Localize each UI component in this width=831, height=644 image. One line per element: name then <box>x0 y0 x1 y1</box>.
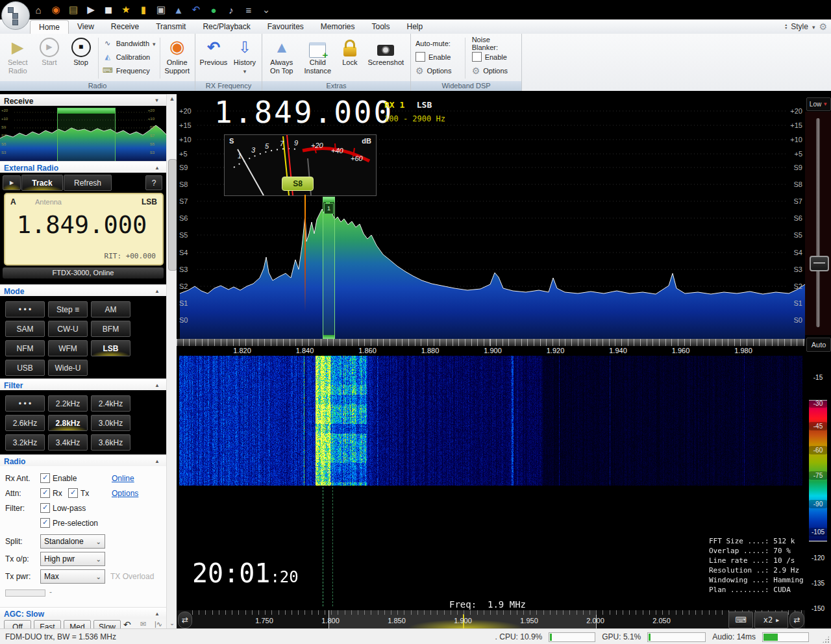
track-button[interactable]: Track <box>21 175 63 191</box>
ribbon-tab[interactable]: Transmit <box>147 20 194 34</box>
attn-tx-checkbox[interactable] <box>68 488 78 498</box>
scrollbar-thumb[interactable] <box>168 159 177 271</box>
refresh-button[interactable]: Refresh <box>64 175 112 191</box>
filter-button[interactable]: 2.2kHz <box>48 395 88 412</box>
navigator-left-button[interactable]: ⇄ <box>178 612 192 628</box>
band-navigator[interactable]: 1.7501.8001.8501.9001.9502.0002.050 ⇄ ⌨ … <box>177 610 805 628</box>
record-icon[interactable]: ◼ <box>101 2 116 18</box>
filter-button[interactable]: 3.2kHz <box>5 434 45 451</box>
mixer-icon[interactable]: ≡ <box>242 2 256 18</box>
style-menu[interactable]: Style <box>791 22 808 31</box>
history-button[interactable]: ⇩ History <box>230 35 260 76</box>
favourite-icon[interactable]: ★ <box>119 2 133 18</box>
collapse-radio-icon[interactable] <box>152 458 162 465</box>
track-toggle-icon-button[interactable]: ▶ <box>3 175 21 190</box>
child-instance-button[interactable]: Child Instance <box>299 35 336 76</box>
collapse-filter-icon[interactable] <box>152 382 162 390</box>
mode-button[interactable]: AM <box>91 301 130 317</box>
mode-button[interactable]: WFM <box>48 340 88 356</box>
scroll-down-icon[interactable]: ⌄ <box>167 619 177 628</box>
volume-slider[interactable] <box>805 112 831 335</box>
tx-op-select[interactable]: High pwr <box>40 552 105 566</box>
attn-rx-checkbox[interactable] <box>40 488 50 498</box>
rx-ant-enable-checkbox[interactable] <box>40 473 50 483</box>
support-ring-icon[interactable]: ◉ <box>49 2 63 18</box>
automute-enable[interactable]: Enable <box>413 50 461 64</box>
filter-button[interactable]: 3.4kHz <box>48 434 88 451</box>
frequency-axis[interactable]: 1.8201.8401.8601.8801.9001.9201.9401.960… <box>177 347 805 356</box>
rx-tuning-band[interactable]: 1 <box>323 197 335 340</box>
pre-selection-checkbox[interactable] <box>40 518 50 528</box>
filter-button[interactable]: 2.8kHz <box>48 415 88 431</box>
application-menu-button[interactable] <box>1 1 30 30</box>
low-pass-checkbox[interactable] <box>40 503 50 513</box>
ribbon-tab[interactable]: Receive <box>103 20 147 34</box>
style-gear-icon[interactable] <box>819 21 827 32</box>
collapse-external-radio-icon[interactable] <box>152 164 162 172</box>
navigator-right-button[interactable]: ⇄ <box>789 612 804 628</box>
agc-button[interactable]: Off <box>4 620 31 628</box>
online-link[interactable]: Online <box>112 474 134 483</box>
play-icon[interactable]: ▶ <box>84 2 98 18</box>
navigator-keyboard-button[interactable]: ⌨ <box>728 612 753 628</box>
noise-blanker-enable-checkbox[interactable] <box>472 52 482 62</box>
bandwidth-button[interactable]: ∿ Bandwidth <box>100 36 158 50</box>
ribbon-tab[interactable]: Rec/Playback <box>194 20 258 34</box>
split-select[interactable]: Standalone <box>40 534 105 549</box>
mode-button[interactable]: LSB <box>91 340 130 356</box>
qat-dropdown-icon[interactable]: ⌄ <box>259 2 273 18</box>
ribbon-tab[interactable]: Favourites <box>259 20 312 34</box>
ribbon-tab[interactable]: Home <box>30 20 69 34</box>
mini-spectrum[interactable]: +20+10S9S7S5S3 +20+10S9S7S5S3 <box>0 106 166 161</box>
filter-button[interactable]: 2.4kHz <box>91 395 130 412</box>
filter-button[interactable]: 3.6kHz <box>91 434 130 451</box>
volume-preset-button[interactable]: Low▼ <box>806 97 831 111</box>
mode-button[interactable]: Wide-U <box>48 360 88 376</box>
select-radio-button[interactable]: ▶ Select Radio <box>2 35 34 76</box>
agc-button[interactable]: Fast <box>34 620 61 628</box>
mode-button[interactable]: Step ≡ <box>48 301 88 317</box>
minimize-ribbon-icon[interactable] <box>785 23 787 30</box>
audio-icon[interactable]: ♪ <box>224 2 238 18</box>
spectrum-ruler[interactable] <box>177 339 805 346</box>
start-button[interactable]: ▶ Start <box>34 35 66 68</box>
screenshot-button[interactable]: Screenshot <box>364 35 408 68</box>
resize-grip[interactable] <box>822 636 830 643</box>
collapse-agc-icon[interactable] <box>152 610 162 618</box>
rx-frequency-display[interactable]: 1.849.000 <box>214 95 393 130</box>
low-pass[interactable]: Low-pass <box>40 503 86 513</box>
external-radio-display[interactable]: A Antenna LSB 1.849.000 RIT: +00.000 <box>4 193 164 266</box>
filter-button[interactable]: 2.6kHz <box>5 415 45 431</box>
sidebar-scrollbar[interactable]: ▲ ⌄ <box>166 94 177 628</box>
noise-blanker-enable[interactable]: Enable <box>469 50 519 64</box>
antenna-icon[interactable]: ▲ <box>171 2 186 18</box>
undo-agc-icon[interactable]: ↶ <box>123 619 131 628</box>
mode-button[interactable]: USB <box>5 360 45 376</box>
rx-ant-enable[interactable]: Enable <box>40 473 77 483</box>
previous-button[interactable]: ↶ Previous <box>197 35 230 68</box>
options-link[interactable]: Options <box>112 489 138 498</box>
filter-button[interactable]: • • • <box>5 395 45 412</box>
tx-pwr-select[interactable]: Max <box>40 569 105 584</box>
always-on-top-button[interactable]: ▲ Always On Top <box>264 35 299 76</box>
navigator-zoom-button[interactable]: x2▶ <box>754 612 788 628</box>
stop-button[interactable]: ■ Stop <box>65 35 97 68</box>
mode-button[interactable]: CW-U <box>48 321 88 337</box>
lock-icon[interactable]: ▮ <box>136 2 151 18</box>
frequency-button[interactable]: ⌨ Frequency <box>100 64 158 77</box>
online-support-button[interactable]: ◉ Online Support <box>161 35 193 76</box>
screenshot-icon[interactable]: ▣ <box>154 2 168 18</box>
folder-icon[interactable]: ▤ <box>66 2 81 18</box>
mode-button[interactable]: • • • <box>5 301 45 317</box>
volume-slider-handle[interactable] <box>810 256 829 271</box>
filter-button[interactable]: 3.0kHz <box>91 415 130 431</box>
help-button[interactable]: ? <box>145 175 162 190</box>
mode-button[interactable]: SAM <box>5 321 45 337</box>
ribbon-tab[interactable]: Help <box>399 20 432 34</box>
mode-button[interactable]: NFM <box>5 340 45 356</box>
calibration-button[interactable]: ◭ Calibration <box>100 50 158 64</box>
ribbon-tab[interactable]: Memories <box>312 20 364 34</box>
agc-button[interactable]: Slow <box>93 620 121 628</box>
mail-icon[interactable]: ✉ <box>140 620 146 628</box>
noise-blanker-options[interactable]: Options <box>469 64 519 77</box>
